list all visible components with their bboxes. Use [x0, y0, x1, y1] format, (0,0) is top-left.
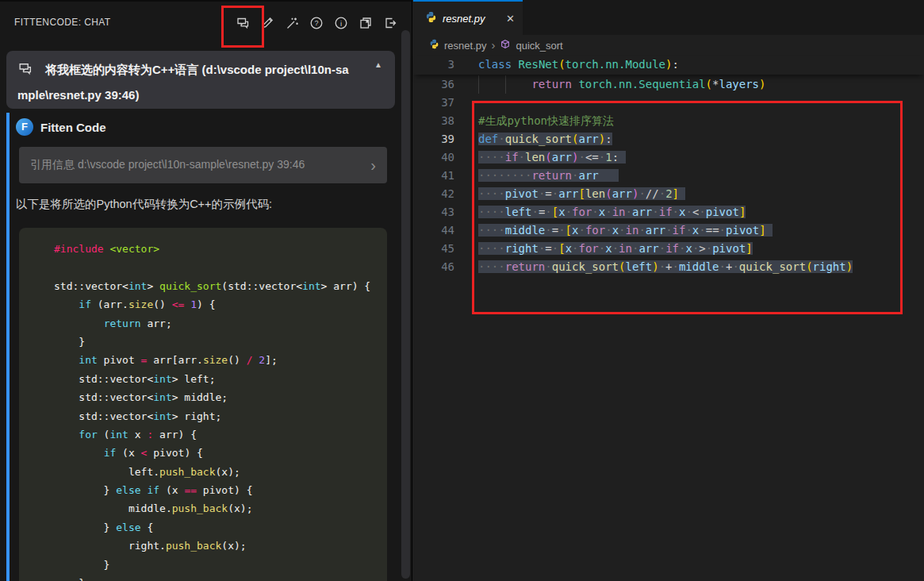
tab-resnet-py[interactable]: resnet.py ✕	[413, 0, 523, 35]
tab-title: resnet.py	[443, 13, 500, 25]
fitten-code-logo: F	[16, 118, 33, 136]
magic-wand-icon[interactable]	[285, 16, 299, 30]
breadcrumb[interactable]: resnet.py › quick_sort	[413, 35, 924, 56]
svg-text:?: ?	[314, 19, 318, 27]
close-windows-icon[interactable]	[358, 16, 373, 30]
breadcrumb-file[interactable]: resnet.py	[444, 40, 486, 52]
question-text: 将我框选的内容转为C++语言 (d:\vscode project\l10n-s…	[17, 57, 371, 108]
assistant-message: F Fitten Code 引用信息 d:\vscode project\l10…	[6, 113, 397, 581]
info-circle-icon[interactable]: i	[334, 16, 348, 30]
fittencode-chat-panel: FITTENCODE: CHAT ? i	[0, 0, 412, 581]
reference-text: 引用信息 d:\vscode project\l10n-sample\resne…	[30, 158, 366, 172]
message-author-row: F Fitten Code	[16, 118, 106, 136]
reference-box[interactable]: 引用信息 d:\vscode project\l10n-sample\resne…	[19, 147, 387, 183]
sign-out-icon[interactable]	[383, 16, 397, 30]
close-icon[interactable]: ✕	[506, 13, 515, 25]
annotation-box-chat-icon	[221, 6, 264, 48]
sticky-scroll-line[interactable]: 3class ResNet(torch.nn.Module):	[413, 56, 924, 75]
python-icon	[429, 39, 439, 52]
help-circle-icon[interactable]: ?	[309, 16, 324, 30]
panel-title: FITTENCODE: CHAT	[14, 17, 111, 28]
chevron-right-icon: ›	[491, 41, 495, 49]
author-name: Fitten Code	[40, 121, 106, 134]
class-cube-icon	[500, 39, 511, 52]
breadcrumb-symbol[interactable]: quick_sort	[516, 40, 562, 52]
python-icon	[425, 11, 437, 26]
editor-tab-bar: resnet.py ✕	[413, 0, 924, 35]
chat-scrollbar[interactable]	[401, 30, 410, 579]
collapse-triangle-icon[interactable]: ▲	[374, 60, 382, 69]
cpp-code-block: #include <vector>std::vector<int> quick_…	[19, 228, 387, 581]
question-card[interactable]: 将我框选的内容转为C++语言 (d:\vscode project\l10n-s…	[6, 51, 395, 109]
chevron-right-icon: ›	[370, 160, 376, 171]
message-intro: 以下是将所选的Python代码转换为C++的示例代码:	[16, 197, 272, 212]
panel-header: FITTENCODE: CHAT ? i	[0, 2, 412, 45]
annotation-box-selected-code	[472, 101, 903, 314]
chat-bubbles-icon	[17, 60, 33, 73]
svg-text:i: i	[340, 19, 342, 28]
